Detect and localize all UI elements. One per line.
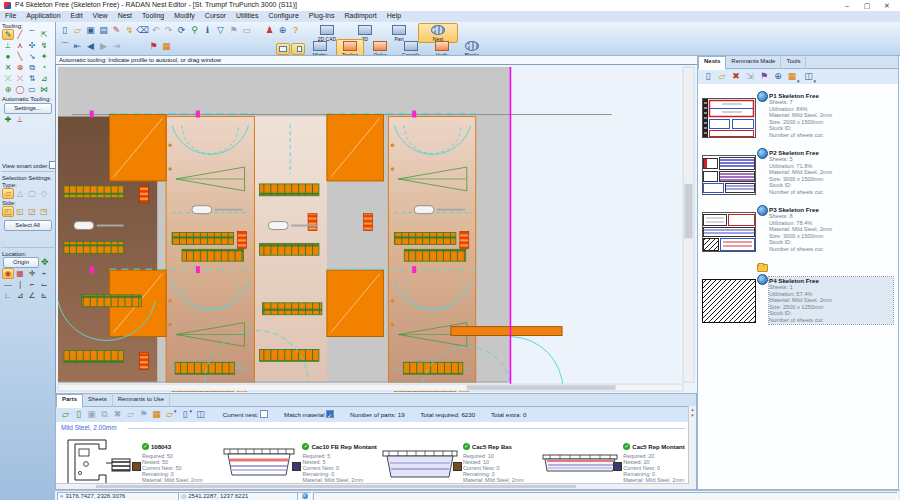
- erase-icon[interactable]: ⌫: [136, 24, 149, 37]
- nav-last-icon[interactable]: ⇥: [110, 40, 123, 53]
- part-card-cac10-fb-rep-montant[interactable]: Cac10 FB Rep Montant Required: 5 Nested:…: [218, 435, 374, 484]
- tool-icon-18[interactable]: ⤬: [14, 73, 26, 84]
- location-icon-8[interactable]: ⌙: [38, 279, 50, 290]
- nest-new-icon[interactable]: ▯: [701, 69, 715, 83]
- lasso-icon[interactable]: ⌒: [58, 40, 71, 53]
- nest-delete-icon[interactable]: ✖: [729, 69, 743, 83]
- nest-item-p2[interactable]: P2 Skeleton Free Sheets: 5 Utilization: …: [698, 147, 898, 204]
- tool-icon-24[interactable]: ⋈: [38, 84, 50, 95]
- redo-icon[interactable]: ↷: [162, 24, 175, 37]
- parts-horizontal-scrollbar[interactable]: [56, 483, 689, 489]
- open-icon[interactable]: ▱: [71, 24, 84, 37]
- location-icon-2[interactable]: ▦: [14, 268, 26, 279]
- part-card-cac5-rep-bas[interactable]: Cac5 Rep Bas Required: 10 Nested: 10 Cur…: [379, 435, 535, 484]
- tool-icon-15[interactable]: ⧉: [26, 62, 38, 73]
- origin-snap-icon[interactable]: ✥: [41, 257, 49, 267]
- filter-icon[interactable]: ▽: [214, 24, 227, 37]
- menu-configure[interactable]: Configure: [263, 11, 303, 19]
- type-icon-1[interactable]: ▱: [2, 188, 14, 199]
- print-icon[interactable]: ▤: [97, 24, 110, 37]
- current-nest-checkbox[interactable]: [260, 410, 268, 418]
- tool-icon-5[interactable]: ⊥: [2, 40, 14, 51]
- location-icon-1[interactable]: ◉: [2, 268, 14, 279]
- tool-icon-3[interactable]: ⌒: [26, 29, 38, 40]
- part-delete-icon[interactable]: ✖: [111, 407, 124, 421]
- quick-edit-icon[interactable]: ↯: [123, 24, 136, 37]
- scrollbar-thumb[interactable]: [96, 485, 576, 488]
- location-icon-4[interactable]: ⌁: [38, 268, 50, 279]
- minimize-button[interactable]: –: [838, 0, 856, 11]
- tool-icon-6[interactable]: ⋏: [14, 40, 26, 51]
- nest-export-icon[interactable]: ⇲: [743, 69, 757, 83]
- location-icon-10[interactable]: ⊿: [14, 290, 26, 301]
- tool-icon-20[interactable]: ⊿: [38, 73, 50, 84]
- refresh-icon[interactable]: ⟳: [175, 24, 188, 37]
- tab-parts[interactable]: Parts: [56, 394, 83, 408]
- nest-globe-icon[interactable]: ⊕: [771, 69, 785, 83]
- nest-canvas-viewport[interactable]: [55, 64, 699, 395]
- tool-icon-13[interactable]: ✕: [2, 62, 14, 73]
- side-icon-3[interactable]: ◲: [26, 206, 38, 217]
- edit-pencil-icon[interactable]: ✎: [110, 24, 123, 37]
- chevron-down-icon[interactable]: ▾: [190, 408, 193, 414]
- location-icon-12[interactable]: ⊾: [38, 290, 50, 301]
- part-flag-icon[interactable]: ⚑: [137, 407, 150, 421]
- tool-flag-icon[interactable]: ⚑: [147, 40, 160, 53]
- nav-prev-icon[interactable]: ◀: [84, 40, 97, 53]
- side-icon-4[interactable]: ◳: [38, 206, 50, 217]
- close-button[interactable]: ✕: [878, 0, 896, 11]
- tool-icon-21[interactable]: ⊕: [2, 84, 14, 95]
- tool-icon-23[interactable]: ▭: [26, 84, 38, 95]
- tab-remnants-to-use[interactable]: Remnants to Use: [113, 395, 170, 407]
- chevron-down-icon[interactable]: ▾: [174, 408, 177, 414]
- tool-icon-14[interactable]: ⊗: [14, 62, 26, 73]
- tool-icon-2[interactable]: ╱: [14, 29, 26, 40]
- parts-vertical-scrollbar[interactable]: ▴▾: [688, 406, 696, 489]
- menu-edit[interactable]: Edit: [66, 11, 88, 19]
- tool-icon-8[interactable]: ↯: [38, 40, 50, 51]
- tool-icon-22[interactable]: ◯: [14, 84, 26, 95]
- undo-icon[interactable]: ↶: [149, 24, 162, 37]
- auto-tool-icon-1[interactable]: ✚: [2, 114, 14, 125]
- user-icon[interactable]: ♟: [263, 24, 276, 37]
- tab-nests[interactable]: Nests: [698, 56, 726, 70]
- tool-icon-10[interactable]: ╲: [14, 51, 26, 62]
- menu-cursor[interactable]: Cursor: [200, 11, 231, 19]
- nav-next-icon[interactable]: ▶: [97, 40, 110, 53]
- tool-icon-11[interactable]: ↘: [26, 51, 38, 62]
- tool-icon-1[interactable]: ✎: [2, 29, 14, 40]
- side-icon-1[interactable]: ◰: [2, 206, 14, 217]
- tab-tools[interactable]: Tools: [781, 57, 806, 69]
- tool-icon-9[interactable]: ●: [2, 51, 14, 62]
- menu-radimport[interactable]: Radimport: [339, 11, 381, 19]
- location-icon-9[interactable]: ∟: [2, 290, 14, 301]
- help-icon[interactable]: ?: [289, 24, 302, 37]
- part-save-icon[interactable]: ▣: [85, 407, 98, 421]
- tab-sheets[interactable]: Sheets: [83, 395, 113, 407]
- part-folder-icon[interactable]: ▱: [124, 407, 137, 421]
- nest-flag-icon[interactable]: ⚑: [757, 69, 771, 83]
- menu-view[interactable]: View: [88, 11, 113, 19]
- tool-icon-17[interactable]: ⤫: [2, 73, 14, 84]
- layout-single-button[interactable]: [276, 43, 290, 55]
- snap-icon[interactable]: ⚲: [188, 24, 201, 37]
- menu-utilities[interactable]: Utilities: [231, 11, 264, 19]
- menu-file[interactable]: File: [0, 11, 21, 19]
- menu-plugins[interactable]: Plug-Ins: [304, 11, 340, 19]
- grid-icon[interactable]: ▦: [160, 40, 173, 53]
- location-icon-5[interactable]: ―: [2, 279, 14, 290]
- type-icon-2[interactable]: △: [14, 188, 26, 199]
- info-icon[interactable]: ℹ: [201, 24, 214, 37]
- new-icon[interactable]: ▯: [58, 24, 71, 37]
- select-all-button[interactable]: Select All: [4, 220, 52, 231]
- save-icon[interactable]: ▣: [84, 24, 97, 37]
- menu-modify[interactable]: Modify: [169, 11, 200, 19]
- part-card-108043[interactable]: 108043 Required: 50 Nested: 50 Current N…: [58, 435, 214, 484]
- tool-icon-16[interactable]: ◔: [38, 62, 50, 73]
- type-icon-3[interactable]: ▢: [26, 188, 38, 199]
- nest-drawing[interactable]: [56, 65, 696, 392]
- maximize-button[interactable]: ▢: [858, 0, 876, 11]
- tool-icon-7[interactable]: ✣: [26, 40, 38, 51]
- match-material-checkbox[interactable]: [326, 410, 334, 418]
- frame-icon[interactable]: ▭: [240, 24, 253, 37]
